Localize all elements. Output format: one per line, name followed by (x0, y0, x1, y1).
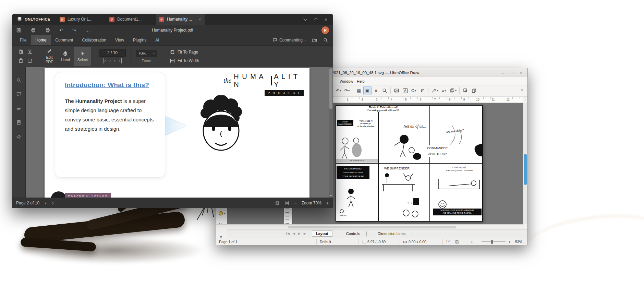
lo-close-button[interactable]: × (517, 70, 525, 76)
align-objects-button[interactable]: ≡▾ (440, 86, 448, 95)
lo-horizontal-scrollbar[interactable] (216, 224, 523, 229)
oo-vertical-scrollbar[interactable]: ▾ (329, 67, 333, 198)
zoom-out-button[interactable]: − (294, 200, 297, 206)
tab-layout[interactable]: Layout (312, 230, 332, 237)
lo-horizontal-scrollbar-thumb[interactable] (288, 226, 456, 228)
lo-vertical-scrollbar[interactable] (523, 103, 527, 224)
lo-maximize-button[interactable]: □ (508, 70, 516, 76)
toggle-extrusion-button[interactable] (470, 86, 478, 95)
pdf-page[interactable]: Introduction: What is this? The Humanali… (45, 68, 309, 198)
tab-controls[interactable]: Controls (342, 231, 364, 236)
oo-restore-button[interactable] (311, 15, 321, 24)
lo-minimize-button[interactable]: – (499, 70, 507, 76)
zoom-select[interactable]: 70% ▾ (136, 50, 157, 57)
comments-icon[interactable] (16, 92, 22, 97)
search-icon[interactable] (323, 37, 328, 43)
print-icon[interactable] (31, 27, 36, 33)
menu-ai[interactable]: AI (151, 35, 163, 45)
fit-page-icon[interactable] (275, 201, 280, 205)
page-thumbnails-icon[interactable] (16, 120, 22, 125)
oo-minimize-button[interactable] (300, 15, 311, 24)
redo-button[interactable]: ↷▾ (343, 86, 351, 95)
menu-plugins[interactable]: Plugins (129, 35, 151, 45)
last-page-button[interactable]: › (119, 58, 121, 63)
paste-button[interactable] (17, 57, 25, 65)
symbol-shapes-button[interactable]: ▾ (218, 211, 225, 216)
toolbar-overflow-button[interactable]: » (521, 87, 523, 93)
pdf-viewport[interactable]: Introduction: What is this? The Humanali… (26, 67, 333, 198)
headings-icon[interactable] (16, 106, 22, 111)
comic-page[interactable]: This is it! This is the end! I'm taking … (336, 105, 483, 222)
next-page-button[interactable]: › (114, 58, 116, 63)
user-avatar[interactable]: R (321, 26, 329, 34)
document-tab-1[interactable]: Luxury Or L... (56, 14, 106, 25)
previous-page-button[interactable]: ‹ (109, 58, 111, 63)
redo-icon[interactable]: ↷ (72, 27, 76, 33)
oo-quick-access-bar[interactable]: ↶ ↷ … Humanality Project.pdf R (12, 25, 333, 35)
next-page-button[interactable]: ▶ (298, 232, 301, 235)
insert-image-button[interactable] (393, 86, 400, 95)
oo-scrollbar-thumb[interactable] (329, 68, 332, 109)
page-number-input[interactable] (99, 49, 126, 57)
display-grid-button[interactable]: ▦ (355, 86, 363, 95)
zoom-in-button[interactable]: + (326, 200, 329, 206)
zoom-button[interactable] (381, 86, 388, 95)
snap-to-grid-button[interactable]: ▣ (364, 86, 371, 95)
undo-icon[interactable]: ↶ (59, 27, 63, 33)
oo-tabbar[interactable]: ONLYOFFICE Luxury Or L... Document1... H… (12, 14, 333, 25)
select-all-button[interactable] (26, 57, 34, 65)
tab-dimension-lines[interactable]: Dimension Lines (374, 231, 409, 236)
zoom-percent[interactable]: 53% (515, 238, 522, 246)
previous-page-button[interactable]: ‹ (45, 200, 47, 206)
lo-menu-help[interactable]: Help (354, 77, 367, 85)
menu-view[interactable]: View (111, 35, 129, 45)
quick-print-icon[interactable] (45, 27, 50, 33)
lo-vertical-scrollbar-thumb[interactable] (524, 154, 527, 185)
fit-to-width-button[interactable]: Fit To Width (170, 58, 199, 63)
scroll-down-icon[interactable]: ▾ (329, 194, 333, 197)
shadow-button[interactable] (462, 86, 469, 95)
tab-close-icon[interactable]: × (198, 17, 201, 22)
zoom-slider-thumb[interactable] (491, 240, 493, 244)
insert-text-box-button[interactable]: A (401, 86, 409, 95)
zoom-fit-button[interactable]: + (471, 238, 473, 246)
menu-file[interactable]: File (15, 35, 31, 45)
oo-close-button[interactable]: × (321, 15, 331, 24)
document-tab-3-active[interactable]: Humanality ... × (155, 14, 205, 25)
feedback-icon[interactable] (16, 134, 22, 139)
hand-tool-button[interactable]: Hand (57, 47, 74, 66)
zoom-slider-track[interactable] (482, 241, 506, 242)
first-page-button[interactable]: ‹ (103, 58, 106, 63)
cut-button[interactable] (26, 48, 34, 56)
scale-ratio[interactable]: 1:1 (446, 238, 451, 246)
fontwork-button[interactable]: F (418, 86, 426, 95)
copy-button[interactable] (17, 48, 25, 56)
arrange-button[interactable]: ▾ (449, 86, 457, 95)
page-style[interactable]: Default (320, 238, 331, 246)
save-icon[interactable] (16, 27, 22, 33)
edit-pdf-button[interactable]: Edit PDF (42, 47, 57, 66)
document-tab-2[interactable]: Document1... (106, 14, 155, 25)
zoom-in-icon[interactable]: + (508, 240, 510, 244)
lo-menu-window[interactable]: Window (337, 77, 356, 85)
helplines-button[interactable]: # (372, 86, 380, 95)
insert-special-character-button[interactable]: Ω▾ (410, 86, 417, 95)
zoom-out-icon[interactable]: − (477, 240, 479, 244)
fit-width-icon[interactable] (284, 201, 289, 205)
open-file-location-icon[interactable] (312, 37, 317, 43)
undo-button[interactable]: ↶▾ (335, 86, 342, 95)
menu-home[interactable]: Home (31, 35, 51, 45)
menu-collaboration[interactable]: Collaboration (77, 35, 111, 45)
select-tool-button[interactable]: Select (74, 47, 91, 66)
previous-page-button[interactable]: ◀ (293, 232, 295, 235)
menu-comment[interactable]: Comment (51, 35, 77, 45)
search-icon[interactable] (16, 78, 22, 83)
next-page-button[interactable]: › (52, 200, 54, 206)
insert-line-button[interactable]: ▾ (430, 86, 439, 95)
more-icon[interactable]: … (85, 27, 90, 33)
first-page-button[interactable]: ◀ (286, 232, 290, 235)
zoom-slider[interactable]: − + (477, 238, 510, 246)
commenting-mode-selector[interactable]: Commenting ▾ (272, 38, 306, 43)
last-page-button[interactable]: ▶ (304, 232, 307, 235)
fit-to-page-button[interactable]: Fit To Page (170, 49, 199, 55)
